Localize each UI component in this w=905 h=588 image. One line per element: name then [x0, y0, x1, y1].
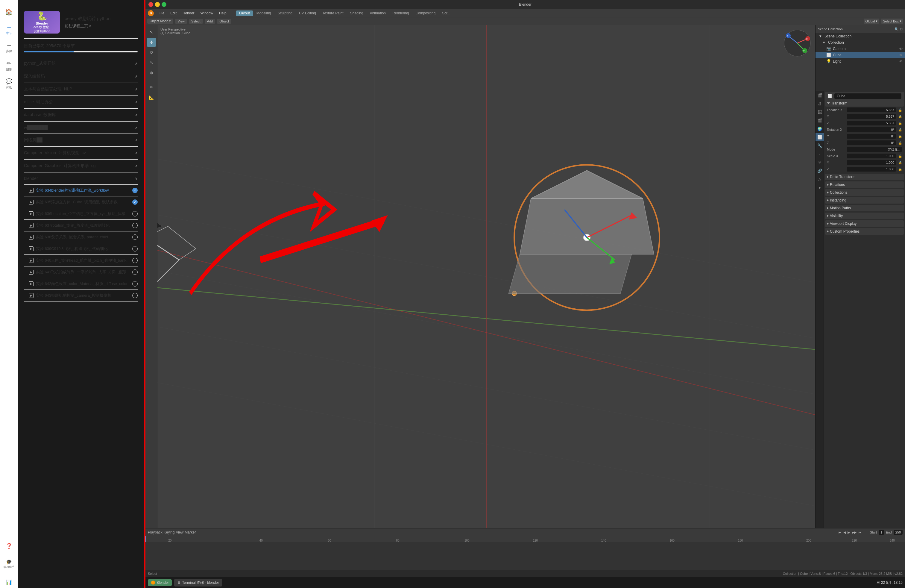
loc-y-value[interactable]: 5.367 [847, 114, 896, 119]
chapter-encoding[interactable]: 深入编解码 ∧ [24, 70, 138, 83]
tool-select[interactable]: ↖ [147, 27, 156, 37]
loc-z-value[interactable]: 5.367 [847, 121, 896, 126]
sub-chapter-640[interactable]: ▶ 实验 640三向_旋转head_航向轴_pitch_俯仰轴_bank... [24, 255, 138, 267]
outliner-camera[interactable]: 📷 Camera 👁 [816, 46, 905, 52]
tool-annotate[interactable]: ✏ [147, 83, 156, 92]
filter-icon[interactable]: ⊟ [900, 27, 903, 31]
outliner-cube[interactable]: ⬜ Cube 👁 [816, 52, 905, 58]
tool-move[interactable]: ✛ [147, 38, 156, 47]
taskbar-blender[interactable]: 🟠 Blender [148, 579, 172, 586]
motion-paths-header[interactable]: Motion Paths [825, 205, 904, 211]
sidebar-learning[interactable]: 🎓 学习助手 [3, 558, 15, 570]
sidebar-chapters[interactable]: ☰ 章节 [3, 24, 15, 36]
viewport-display-header[interactable]: Viewport Display [825, 220, 904, 227]
scale-z-value[interactable]: 1.000 [847, 167, 896, 172]
chapter-python[interactable]: python_从零开始 ∧ [24, 57, 138, 70]
tl-start[interactable]: 1 [879, 530, 884, 535]
chapter-db[interactable]: database_数据库 ∧ [24, 109, 138, 122]
custom-props-header[interactable]: Custom Properties [825, 228, 904, 235]
tab-uv[interactable]: UV Editing [296, 11, 319, 16]
toolbar-add[interactable]: Add [205, 19, 216, 24]
tab-modeling[interactable]: Modeling [254, 11, 274, 16]
tl-prev-frame[interactable]: ◀ [843, 531, 846, 534]
prop-tab-object[interactable]: ⬜ [816, 133, 824, 141]
tab-compositing[interactable]: Compositing [413, 11, 438, 16]
tool-rotate[interactable]: ↺ [147, 48, 156, 57]
sub-chapter-642[interactable]: ▶ 实验 642颜色设置_color_Material_材质_diffuse_c… [24, 278, 138, 290]
window-maximize[interactable] [162, 2, 167, 7]
sub-chapter-635[interactable]: ▶ 实验 635添加立方体_Cube_调用函数_默认参数 ✓ [24, 196, 138, 208]
course-link[interactable]: 前往课程主页 > [65, 23, 138, 29]
prop-tab-constraints[interactable]: 🔗 [816, 167, 824, 175]
toolbar-orientation[interactable]: Global ▾ [864, 19, 880, 24]
tl-play[interactable]: ▶ [848, 531, 850, 534]
tl-end[interactable]: 250 [894, 530, 903, 535]
prop-tab-render[interactable]: 🎬 [816, 91, 824, 99]
scale-x-value[interactable]: 1.000 [847, 154, 896, 158]
sidebar-help[interactable]: ❓ [3, 540, 15, 552]
chapter-w[interactable]: w███████ ∧ [24, 122, 138, 134]
loc-x-value[interactable]: 5.367 [847, 108, 896, 112]
rot-z-value[interactable]: 0° [847, 140, 896, 145]
prop-tab-output[interactable]: 🖨 [816, 99, 824, 108]
rot-mode-value[interactable]: XYZ E... [847, 147, 902, 152]
tl-jump-end[interactable]: ⏭ [858, 531, 862, 534]
tab-rendering[interactable]: Rendering [389, 11, 412, 16]
sidebar-discussion[interactable]: 💬 讨论 [3, 78, 15, 90]
outliner-collection[interactable]: ▾ Collection [816, 39, 905, 46]
menu-file[interactable]: File [156, 11, 167, 16]
rot-x-value[interactable]: 0° [847, 127, 896, 132]
visibility-header[interactable]: Visibility [825, 213, 904, 219]
chapter-cg[interactable]: Computer_Graphics_计算机图形学_cg ∧ [24, 160, 138, 172]
sub-chapter-636[interactable]: ▶ 实验 636Location_位置信息_立方体_xyz_移动_位移 [24, 208, 138, 220]
prop-tab-particles[interactable]: · [816, 150, 824, 158]
viewport-3d[interactable]: User Perspective (1) Collection | Cube X… [157, 25, 815, 528]
toolbar-select[interactable]: Select [189, 19, 203, 24]
toolbar-snap[interactable]: Select Box ▾ [881, 19, 903, 24]
tab-texture[interactable]: Texture Paint [320, 11, 346, 16]
chapter-crawler[interactable]: 网络爬██ ∧ [24, 134, 138, 147]
tab-sculpting[interactable]: Sculpting [275, 11, 295, 16]
outliner-light[interactable]: 💡 Light 👁 [816, 58, 905, 64]
sub-chapter-643[interactable]: ▶ 实验 643摄影机的控制_camera_控制摄像机 [24, 290, 138, 302]
tab-shading[interactable]: Shading [347, 11, 366, 16]
relations-header[interactable]: Relations [825, 181, 904, 188]
instancing-header[interactable]: Instancing [825, 197, 904, 203]
outliner-scene-collection[interactable]: ▾ Scene Collection [816, 33, 905, 39]
tl-keying[interactable]: Keying [164, 530, 175, 534]
chapter-cv[interactable]: Computer_Vision_计算机视觉_cv ∧ [24, 147, 138, 160]
prop-tab-view[interactable]: 🖼 [816, 108, 824, 116]
window-minimize[interactable] [155, 2, 160, 7]
object-name-value[interactable]: Cube [834, 94, 902, 99]
tl-playback[interactable]: Playback [148, 530, 162, 534]
sidebar-steps[interactable]: ☰ 步骤 [3, 42, 15, 54]
prop-tab-scene[interactable]: 🎬 [816, 116, 824, 124]
prop-tab-world[interactable]: 🌍 [816, 124, 824, 133]
tool-scale[interactable]: ⤡ [147, 58, 156, 67]
scale-y-value[interactable]: 1.000 [847, 160, 896, 165]
sidebar-extra[interactable]: 📊 [3, 576, 15, 588]
sub-chapter-639[interactable]: ▶ 实验 639C919大飞机_构造飞机_代码细化 [24, 243, 138, 255]
tool-transform[interactable]: ⊕ [147, 68, 156, 77]
rot-y-value[interactable]: 0° [847, 134, 896, 138]
chapter-nlp[interactable]: 文本与自然语言处理_NLP ∧ [24, 83, 138, 96]
sub-chapter-641[interactable]: ▶ 实验 641飞机拍成阵列_一字长蛇阵_人字_方阵_雁形... [24, 267, 138, 278]
chapter-office[interactable]: office_辅助办公 ∧ [24, 96, 138, 109]
toolbar-object[interactable]: Object [217, 19, 231, 24]
tl-jump-start[interactable]: ⏮ [838, 531, 841, 534]
sidebar-report[interactable]: ✏ 报告 [3, 60, 15, 72]
toolbar-view[interactable]: View [175, 19, 187, 24]
transform-header[interactable]: Transform [825, 100, 904, 106]
chapter-blender[interactable]: blender ∨ [24, 172, 138, 185]
window-close[interactable] [148, 2, 153, 7]
tl-view[interactable]: View [176, 530, 183, 534]
prop-tab-modifier[interactable]: 🔧 [816, 141, 824, 150]
delta-transform-header[interactable]: Delta Transform [825, 174, 904, 180]
tab-animation[interactable]: Animation [367, 11, 389, 16]
tl-marker[interactable]: Marker [185, 530, 196, 534]
collections-header[interactable]: Collections [825, 189, 904, 196]
tl-next-frame[interactable]: ▶▶ [852, 531, 856, 534]
sub-chapter-638[interactable]: ▶ 实验 638父子关系_嵌套关系_parent_child [24, 231, 138, 243]
tab-layout[interactable]: Layout [236, 11, 253, 16]
prop-tab-material[interactable]: ● [816, 183, 824, 192]
